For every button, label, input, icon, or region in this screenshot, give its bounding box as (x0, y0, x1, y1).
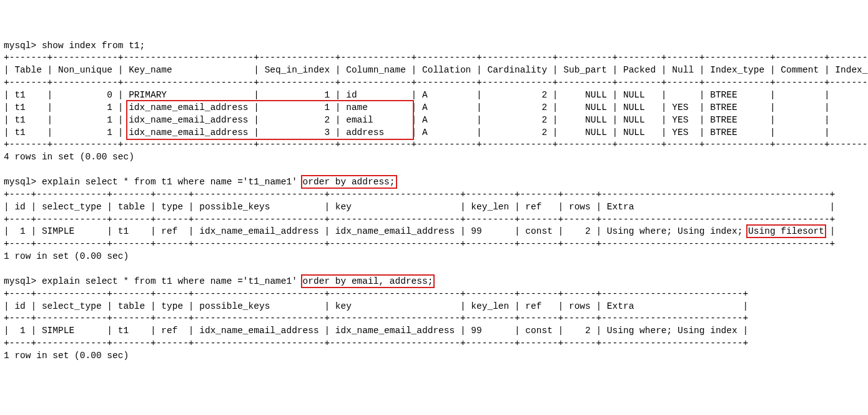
index-table-border: +-------+------------+------------------… (4, 139, 868, 149)
explain-table-border: +----+-------------+-------+------+-----… (4, 313, 748, 323)
explain-table-row-part: | (824, 226, 835, 236)
sql-order-by-clause: order by address; (303, 177, 395, 187)
rows-summary: 4 rows in set (0.00 sec) (4, 152, 134, 162)
terminal-output: mysql> show index from t1; +-------+----… (4, 41, 868, 361)
index-table-row: | t1 | 1 | idx_name_email_address | 2 | … (4, 115, 868, 125)
explain-table-header: | id | select_type | table | type | poss… (4, 202, 835, 212)
explain-table-row-part: | 1 | SIMPLE | t1 | ref | idx_name_email… (4, 226, 748, 236)
sql-order-by-clause: order by email, address; (303, 276, 433, 286)
explain-table-border: +----+-------------+-------+------+-----… (4, 338, 748, 348)
rows-summary: 1 row in set (0.00 sec) (4, 351, 129, 361)
index-table-row: | t1 | 1 | idx_name_email_address | 3 | … (4, 128, 868, 138)
explain-table-border: +----+-------------+-------+------+-----… (4, 289, 748, 299)
sql-command-2a: explain select * from t1 where name ='t1… (42, 177, 303, 187)
index-table-header: | Table | Non_unique | Key_name | Seq_in… (4, 65, 868, 75)
prompt: mysql> (4, 276, 36, 286)
index-table-row: | t1 | 0 | PRIMARY | 1 | id | A | 2 | NU… (4, 90, 868, 100)
sql-command-1: show index from t1; (42, 41, 145, 51)
explain-table-border: +----+-------------+-------+------+-----… (4, 189, 835, 199)
explain-table-border: +----+-------------+-------+------+-----… (4, 239, 835, 249)
index-table-border: +-------+------------+------------------… (4, 78, 868, 88)
index-table-border: +-------+------------+------------------… (4, 52, 868, 62)
explain-table-row: | 1 | SIMPLE | t1 | ref | idx_name_email… (4, 326, 748, 336)
rows-summary: 1 row in set (0.00 sec) (4, 251, 129, 261)
explain-table-border: +----+-------------+-------+------+-----… (4, 214, 835, 224)
using-filesort-text: Using filesort (748, 226, 824, 236)
prompt: mysql> (4, 41, 36, 51)
explain-table-header: | id | select_type | table | type | poss… (4, 301, 748, 311)
prompt: mysql> (4, 177, 36, 187)
index-table-row: | t1 | 1 | idx_name_email_address | 1 | … (4, 102, 868, 112)
sql-command-3a: explain select * from t1 where name ='t1… (42, 276, 303, 286)
